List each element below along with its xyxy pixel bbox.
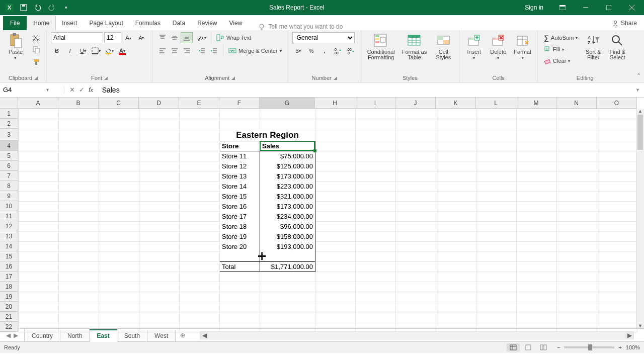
cell[interactable]	[315, 161, 356, 171]
comma-format-button[interactable]: ,	[318, 45, 331, 56]
cell[interactable]: Eastern Region	[220, 129, 315, 141]
cell[interactable]	[476, 182, 517, 192]
cell[interactable]	[597, 322, 637, 332]
cell[interactable]	[396, 192, 436, 202]
cell[interactable]	[315, 171, 356, 182]
cell[interactable]	[19, 129, 59, 141]
cell[interactable]	[180, 282, 220, 292]
cell[interactable]	[557, 129, 597, 141]
cell[interactable]	[436, 202, 476, 212]
cell[interactable]	[557, 119, 597, 129]
decrease-font-button[interactable]: A▾	[135, 32, 147, 43]
cell[interactable]	[180, 161, 220, 171]
cell[interactable]: $234,000.00	[260, 212, 315, 222]
cell[interactable]: Total	[220, 262, 260, 272]
cell[interactable]	[260, 322, 315, 332]
cell[interactable]	[19, 182, 59, 192]
cell[interactable]	[436, 161, 476, 171]
cell[interactable]	[260, 272, 315, 282]
cell[interactable]	[139, 161, 180, 171]
number-dialog-launcher[interactable]: ◢	[334, 75, 337, 80]
number-format-select[interactable]: General	[292, 32, 355, 43]
cell[interactable]: Store 16	[220, 202, 260, 212]
cells-area[interactable]: Eastern RegionStoreSalesStore 11$75,000.…	[18, 109, 637, 332]
cell[interactable]: Store 18	[220, 222, 260, 232]
cell[interactable]	[597, 171, 637, 182]
cell[interactable]	[315, 302, 356, 312]
cell[interactable]	[356, 109, 396, 119]
cell[interactable]	[517, 252, 557, 262]
cell[interactable]	[315, 141, 356, 151]
cell[interactable]	[99, 151, 139, 161]
tab-home[interactable]: Home	[27, 16, 56, 31]
format-as-table-button[interactable]: Format as Table	[400, 32, 429, 61]
name-box-dropdown-icon[interactable]: ▼	[45, 87, 50, 93]
cell[interactable]	[557, 262, 597, 272]
percent-format-button[interactable]: %	[305, 45, 317, 56]
cell[interactable]	[59, 232, 99, 242]
row-header[interactable]: 10	[0, 201, 18, 211]
cell[interactable]	[597, 222, 637, 232]
cell[interactable]: $1,771,000.00	[260, 262, 315, 272]
vertical-scrollbar[interactable]: ▲▼	[636, 109, 644, 328]
sheet-nav-last[interactable]: ▶	[14, 332, 18, 339]
zoom-in-button[interactable]: +	[618, 344, 621, 350]
cell[interactable]	[180, 182, 220, 192]
cell[interactable]	[99, 232, 139, 242]
zoom-slider[interactable]	[564, 346, 614, 348]
cell[interactable]	[180, 322, 220, 332]
cell[interactable]	[476, 212, 517, 222]
cell[interactable]	[396, 232, 436, 242]
cell[interactable]	[557, 202, 597, 212]
cell[interactable]	[557, 322, 597, 332]
cell[interactable]	[19, 222, 59, 232]
sort-filter-button[interactable]: AZSort & Filter	[583, 32, 604, 61]
cell[interactable]	[260, 312, 315, 322]
cell[interactable]	[356, 171, 396, 182]
minimize-button[interactable]	[575, 0, 597, 15]
cell[interactable]	[180, 272, 220, 282]
column-header[interactable]: A	[18, 98, 58, 109]
cell[interactable]: $223,000.00	[260, 182, 315, 192]
row-header[interactable]: 14	[0, 241, 18, 251]
cell[interactable]	[517, 292, 557, 302]
row-header[interactable]: 22	[0, 322, 18, 332]
align-right-button[interactable]	[181, 45, 193, 56]
cell[interactable]	[99, 119, 139, 129]
cell[interactable]	[436, 242, 476, 252]
cell[interactable]	[517, 282, 557, 292]
cell[interactable]	[315, 212, 356, 222]
add-sheet-button[interactable]: ⊕	[176, 332, 190, 339]
cell[interactable]	[356, 312, 396, 322]
qat-customize-icon[interactable]: ▾	[60, 2, 71, 13]
cell[interactable]	[396, 302, 436, 312]
cell[interactable]	[557, 252, 597, 262]
cell[interactable]	[220, 109, 260, 119]
cell[interactable]	[396, 119, 436, 129]
cell[interactable]	[315, 322, 356, 332]
cell[interactable]	[19, 272, 59, 282]
underline-button[interactable]: U▾	[77, 45, 89, 56]
tell-me[interactable]: Tell me what you want to do	[258, 23, 343, 30]
cell[interactable]	[19, 262, 59, 272]
cell[interactable]	[315, 282, 356, 292]
cell[interactable]	[99, 312, 139, 322]
cell[interactable]	[19, 242, 59, 252]
cell[interactable]	[315, 129, 356, 141]
cell[interactable]	[180, 129, 220, 141]
cell[interactable]	[59, 292, 99, 302]
wrap-text-button[interactable]: Wrap Text	[214, 32, 253, 43]
cell[interactable]	[180, 312, 220, 322]
spreadsheet-grid[interactable]: ABCDEFGHIJKLMNO 123456789101112131415161…	[0, 98, 644, 328]
column-header[interactable]: L	[476, 98, 516, 109]
expand-formula-bar-button[interactable]: ▼	[631, 87, 644, 93]
row-header[interactable]: 8	[0, 181, 18, 191]
tab-review[interactable]: Review	[191, 16, 223, 30]
cell[interactable]	[476, 171, 517, 182]
cell[interactable]	[59, 222, 99, 232]
cell[interactable]	[517, 129, 557, 141]
bold-button[interactable]: B	[51, 45, 63, 56]
increase-decimal-button[interactable]: .0.00	[332, 45, 344, 56]
cell[interactable]	[356, 129, 396, 141]
cell[interactable]	[517, 182, 557, 192]
